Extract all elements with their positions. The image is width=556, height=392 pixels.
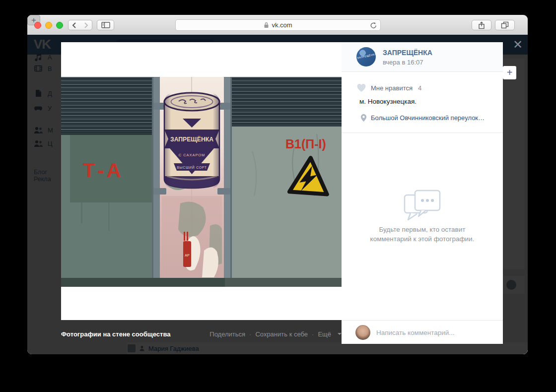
comments-empty-line1: Будьте первым, кто оставит <box>342 225 503 234</box>
stencil-right-text: В1(П-I) <box>285 137 326 151</box>
comments-empty-icon <box>403 189 442 222</box>
divider <box>342 132 503 133</box>
close-window-button[interactable] <box>34 22 41 29</box>
photo-timestamp: вчера в 16:07 <box>383 59 423 66</box>
share-button[interactable] <box>472 20 491 30</box>
can-mural: ЗАПРЕЩЁНКА С САХАРОМ ВЫСШИЙ СОРТ <box>164 93 220 189</box>
location-row[interactable]: Большой Овчинниковский переулок… <box>360 114 485 122</box>
address-bar[interactable]: vk.com <box>175 19 381 31</box>
owner-header: ЗАПРЕЩЁНКА ЗАПРЕЩЁНКА вчера в 16:07 <box>342 42 503 72</box>
save-to-self-link[interactable]: Сохранить к себе <box>255 330 308 338</box>
url-text: vk.com <box>272 21 292 29</box>
location-pin-icon <box>360 114 367 122</box>
photo-info-panel: ЗАПРЕЩЁНКА ЗАПРЕЩЁНКА вчера в 16:07 Мне … <box>342 42 503 344</box>
comments-empty-text: Будьте первым, кто оставит комментарий к… <box>342 225 503 244</box>
photo-caption: м. Новокузнецкая. <box>359 98 417 105</box>
like-count: 4 <box>418 84 421 92</box>
tabs-icon <box>501 21 509 29</box>
sidebar-icon <box>101 22 110 28</box>
zoom-window-button[interactable] <box>56 22 63 29</box>
share-icon <box>478 21 485 29</box>
album-title: Фотографии на стене сообщества <box>61 330 170 338</box>
close-photo-button[interactable]: ✕ <box>513 39 523 51</box>
reload-icon[interactable] <box>369 22 377 29</box>
my-avatar <box>355 325 370 340</box>
share-link[interactable]: Поделиться <box>209 330 245 338</box>
minimize-window-button[interactable] <box>45 22 52 29</box>
heart-icon <box>356 83 366 92</box>
more-link[interactable]: Ещё <box>318 330 331 338</box>
forward-chevron-icon <box>84 22 88 28</box>
tab-overview-button[interactable] <box>495 20 515 30</box>
community-avatar[interactable]: ЗАПРЕЩЁНКА <box>356 47 376 66</box>
chevron-down-icon <box>338 333 342 335</box>
back-button[interactable] <box>68 20 80 30</box>
like-label: Мне нравится <box>371 84 413 92</box>
sticker-text: АР <box>185 254 190 257</box>
back-chevron-icon <box>72 22 76 28</box>
community-name-link[interactable]: ЗАПРЕЩЁНКА <box>383 49 432 57</box>
browser-window: vk.com + <box>27 15 528 354</box>
separator-dot: · <box>312 330 314 338</box>
separator-dot: · <box>249 330 251 338</box>
subscribe-plus-button[interactable]: + <box>503 66 516 79</box>
comment-compose-row: Написать комментарий... <box>342 320 503 344</box>
photo-footer-bar: Фотографии на стене сообщества Поделитьс… <box>61 327 342 340</box>
like-button[interactable]: Мне нравится 4 <box>356 82 421 94</box>
location-link[interactable]: Большой Овчинниковский переулок… <box>371 114 485 122</box>
forward-button[interactable] <box>80 20 92 30</box>
screenshot-stage: vk.com + <box>0 0 556 392</box>
photo-actions: Поделиться · Сохранить к себе · Ещё <box>209 330 342 338</box>
photo-container: АР Т-А В1(П-I) <box>61 42 342 320</box>
comments-empty-line2: комментарий к этой фотографии. <box>342 234 503 244</box>
comment-input[interactable]: Написать комментарий... <box>376 321 455 344</box>
browser-toolbar: vk.com + <box>27 15 528 35</box>
lock-icon <box>264 22 269 28</box>
sidebar-toggle-button[interactable] <box>97 20 114 30</box>
vk-page: VK А В Д <box>27 35 528 354</box>
stencil-left-text: Т-А <box>83 159 124 181</box>
photo-image[interactable]: АР Т-А В1(П-I) <box>61 77 342 287</box>
avatar-label: ЗАПРЕЩЁНКА <box>357 53 375 60</box>
